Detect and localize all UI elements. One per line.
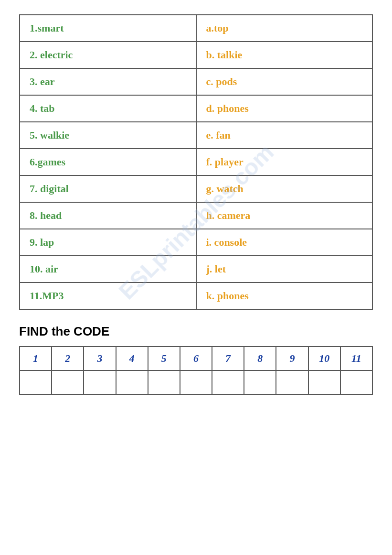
left-cell: 10. air [20,256,196,283]
left-cell: 3. ear [20,68,196,95]
left-cell: 8. head [20,202,196,229]
code-header-cell: 3 [84,347,116,370]
right-cell: d. phones [196,95,373,122]
left-cell: 9. lap [20,229,196,256]
table-row: 6.gamesf. player [20,149,372,175]
code-header-cell: 4 [116,347,148,370]
code-header-cell: 2 [52,347,84,370]
right-cell: g. watch [196,175,373,202]
right-cell: e. fan [196,122,373,149]
code-answer-cell[interactable] [116,370,148,394]
matching-table: 1.smarta.top2. electricb. talkie3. earc.… [19,14,373,310]
code-header-cell: 7 [212,347,244,370]
table-row: 1.smarta.top [20,15,372,42]
right-cell: h. camera [196,202,373,229]
find-code-section: FIND the CODE 1234567891011 [19,324,373,395]
code-header-cell: 9 [276,347,308,370]
table-row: 11.MP3k. phones [20,283,372,309]
code-answer-cell[interactable] [148,370,180,394]
code-answer-cell[interactable] [212,370,244,394]
table-row: 8. headh. camera [20,202,372,229]
right-cell: a.top [196,15,373,42]
right-cell: c. pods [196,68,373,95]
code-answer-cell[interactable] [20,370,52,394]
find-code-title: FIND the CODE [19,324,373,339]
right-cell: b. talkie [196,42,373,68]
code-header-cell: 5 [148,347,180,370]
table-row: 5. walkiee. fan [20,122,372,149]
code-answer-cell[interactable] [52,370,84,394]
code-header-cell: 10 [308,347,340,370]
code-answer-cell[interactable] [340,370,372,394]
code-answer-cell[interactable] [84,370,116,394]
code-answer-cell[interactable] [308,370,340,394]
left-cell: 4. tab [20,95,196,122]
code-header-cell: 1 [20,347,52,370]
left-cell: 7. digital [20,175,196,202]
table-row: 7. digitalg. watch [20,175,372,202]
code-table: 1234567891011 [19,346,373,395]
right-cell: f. player [196,149,373,175]
left-cell: 6.games [20,149,196,175]
code-header-cell: 11 [340,347,372,370]
left-cell: 11.MP3 [20,283,196,309]
code-answer-cell[interactable] [180,370,212,394]
table-row: 2. electricb. talkie [20,42,372,68]
table-row: 9. lapi. console [20,229,372,256]
left-cell: 1.smart [20,15,196,42]
code-answer-cell[interactable] [244,370,276,394]
right-cell: i. console [196,229,373,256]
main-container: 1.smarta.top2. electricb. talkie3. earc.… [19,14,373,395]
right-cell: k. phones [196,283,373,309]
left-cell: 5. walkie [20,122,196,149]
code-header-cell: 6 [180,347,212,370]
code-answer-cell[interactable] [276,370,308,394]
code-header-cell: 8 [244,347,276,370]
table-row: 4. tabd. phones [20,95,372,122]
table-row: 10. airj. let [20,256,372,283]
right-cell: j. let [196,256,373,283]
table-row: 3. earc. pods [20,68,372,95]
left-cell: 2. electric [20,42,196,68]
